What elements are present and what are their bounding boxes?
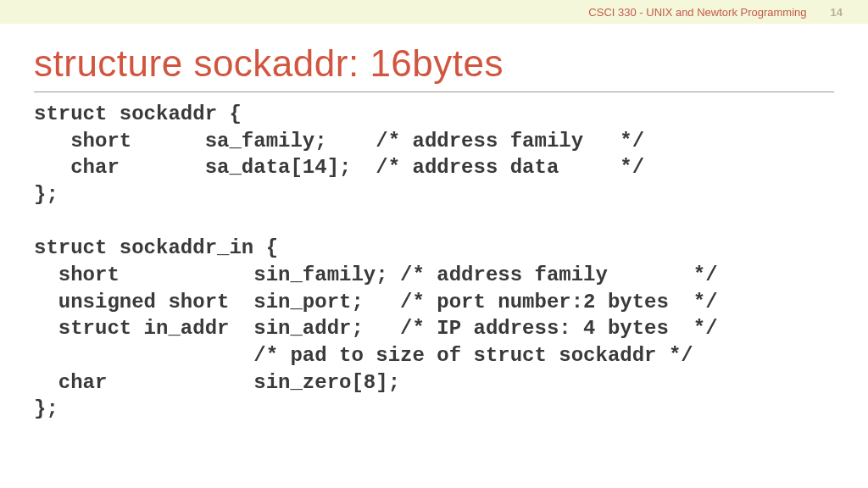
slide-content: structure sockaddr: 16bytes struct socka… (0, 24, 868, 423)
slide-title: structure sockaddr: 16bytes (34, 42, 834, 92)
course-label: CSCI 330 - UNIX and Newtork Programming (588, 6, 806, 19)
slide-header: CSCI 330 - UNIX and Newtork Programming … (0, 0, 868, 24)
page-number: 14 (831, 6, 843, 19)
code-block: struct sockaddr { short sa_family; /* ad… (34, 101, 834, 423)
